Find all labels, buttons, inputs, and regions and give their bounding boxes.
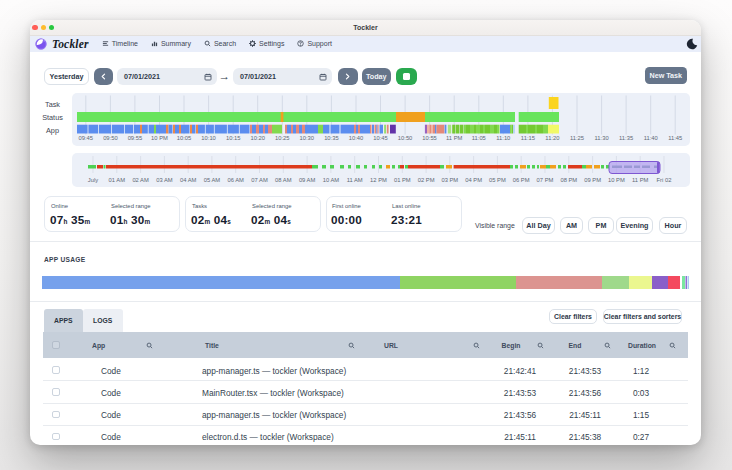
svg-text:05 PM: 05 PM — [489, 177, 506, 183]
svg-text:Fri 02: Fri 02 — [657, 177, 672, 183]
svg-text:09 PM: 09 PM — [584, 177, 601, 183]
svg-text:07 AM: 07 AM — [251, 177, 268, 183]
svg-text:10:50: 10:50 — [398, 135, 413, 141]
svg-text:July: July — [88, 177, 98, 183]
svg-text:10:05: 10:05 — [177, 135, 192, 141]
svg-text:09 AM: 09 AM — [299, 177, 316, 183]
svg-text:01 PM: 01 PM — [394, 177, 411, 183]
svg-text:11:45: 11:45 — [668, 135, 682, 141]
svg-text:10:40: 10:40 — [349, 135, 364, 141]
svg-text:11 PM: 11 PM — [632, 177, 648, 183]
svg-text:10:10: 10:10 — [201, 135, 216, 141]
svg-text:04 AM: 04 AM — [180, 177, 197, 183]
svg-text:01 AM: 01 AM — [109, 177, 126, 183]
svg-text:03 AM: 03 AM — [156, 177, 173, 183]
svg-text:02 PM: 02 PM — [418, 177, 435, 183]
svg-text:10 AM: 10 AM — [323, 177, 340, 183]
svg-text:07 PM: 07 PM — [537, 177, 554, 183]
svg-text:09:50: 09:50 — [103, 135, 118, 141]
svg-text:10:45: 10:45 — [373, 135, 388, 141]
svg-text:10:20: 10:20 — [250, 135, 265, 141]
svg-text:12 PM: 12 PM — [370, 177, 387, 183]
svg-text:11:35: 11:35 — [619, 135, 633, 141]
svg-text:11:20: 11:20 — [545, 135, 559, 141]
svg-text:11:30: 11:30 — [595, 135, 609, 141]
svg-text:10:55: 10:55 — [422, 135, 437, 141]
svg-text:10 PM: 10 PM — [151, 135, 168, 141]
svg-text:06 PM: 06 PM — [513, 177, 530, 183]
svg-text:11:15: 11:15 — [521, 135, 535, 141]
svg-text:09:45: 09:45 — [79, 135, 94, 141]
svg-text:05 AM: 05 AM — [204, 177, 221, 183]
svg-text:11 AM: 11 AM — [347, 177, 363, 183]
svg-text:11:40: 11:40 — [644, 135, 658, 141]
svg-text:10:30: 10:30 — [300, 135, 315, 141]
svg-text:11:10: 11:10 — [496, 135, 510, 141]
svg-text:08 PM: 08 PM — [560, 177, 577, 183]
svg-text:11 PM: 11 PM — [446, 135, 462, 141]
svg-text:09:55: 09:55 — [128, 135, 143, 141]
svg-text:10:15: 10:15 — [226, 135, 241, 141]
svg-text:03 PM: 03 PM — [441, 177, 458, 183]
svg-text:11:25: 11:25 — [570, 135, 584, 141]
svg-text:10 PM: 10 PM — [608, 177, 625, 183]
svg-text:10:25: 10:25 — [275, 135, 290, 141]
svg-text:06 AM: 06 AM — [227, 177, 244, 183]
svg-text:02 AM: 02 AM — [132, 177, 149, 183]
svg-text:11:05: 11:05 — [472, 135, 486, 141]
svg-text:08 AM: 08 AM — [275, 177, 292, 183]
svg-text:10:35: 10:35 — [324, 135, 339, 141]
svg-text:04 PM: 04 PM — [465, 177, 482, 183]
